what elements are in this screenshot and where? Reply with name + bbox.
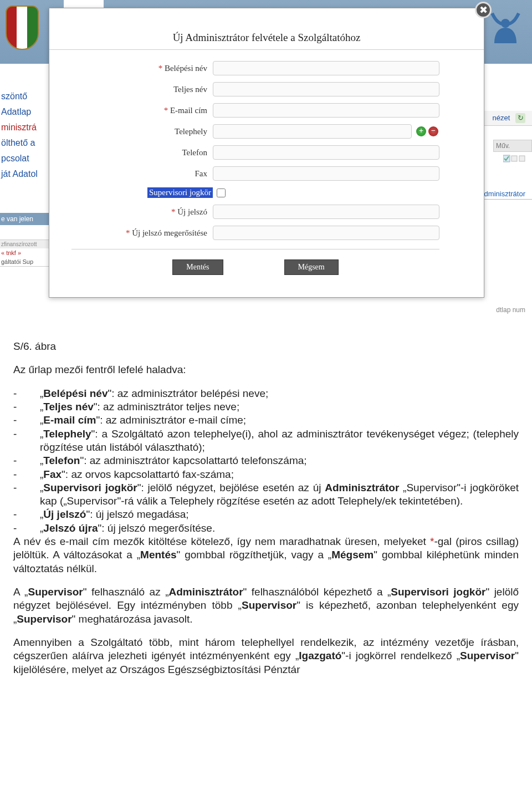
field-label: Telefon — [71, 148, 213, 157]
app-logo-icon — [489, 12, 522, 45]
column-header: Műv. — [493, 140, 532, 152]
new-admin-modal: ✖ Új Adminisztrátor felvétele a Szolgált… — [49, 8, 484, 298]
sidebar-nav: szöntő Adatlap minisztrá ölthető a pcsol… — [0, 89, 49, 267]
new-password-input[interactable] — [213, 205, 439, 219]
full-name-input[interactable] — [213, 82, 439, 96]
remove-icon[interactable]: − — [428, 126, 438, 136]
paragraph: Amennyiben a Szolgáltató több, mint háro… — [13, 636, 519, 676]
field-label: * E-mail cím — [71, 106, 213, 115]
paragraph: A „Supervisor" felhasználó az „Adminiszt… — [13, 585, 519, 626]
add-icon[interactable]: + — [416, 126, 426, 136]
field-label: Telephely — [71, 127, 213, 136]
document-body: S/6. ábra Az űrlap mezői fentről lefelé … — [0, 335, 532, 697]
sidebar-item[interactable]: Adatlap — [0, 104, 49, 120]
sidebar-item[interactable]: ölthető a — [0, 135, 49, 151]
field-label-selected: Supervisori jogkör — [147, 187, 213, 198]
phone-input[interactable] — [213, 145, 439, 160]
svg-rect-2 — [511, 156, 517, 161]
sidebar-item[interactable]: minisztrá — [0, 120, 49, 135]
list-item: „Telephely": a Szolgáltató azon telephel… — [13, 427, 519, 455]
figure-caption: S/6. ábra — [13, 340, 519, 353]
field-label: Teljes név — [71, 85, 213, 94]
field-label: * Belépési név — [71, 64, 213, 73]
footer-fragment: dtlap num — [466, 305, 532, 315]
footer-link[interactable]: « tnkf » — [0, 248, 49, 257]
paragraph: A név és e-mail cím mezők kitöltése köte… — [13, 535, 519, 575]
fax-input[interactable] — [213, 166, 439, 181]
view-label: nézet ↻ — [477, 111, 532, 126]
row-action-icons[interactable] — [503, 154, 525, 165]
hungary-crest-icon — [6, 6, 39, 50]
sidebar-item[interactable]: szöntő — [0, 89, 49, 104]
sidebar-item[interactable]: pcsolat — [0, 151, 49, 166]
intro-text: Az űrlap mezői fentről lefelé haladva: — [13, 363, 519, 376]
field-description-list: „Belépési név": az adminisztrátor belépé… — [13, 387, 519, 535]
field-label: Fax — [71, 169, 213, 179]
list-item: „Fax": az orvos kapcsolattartó fax-száma… — [13, 468, 519, 481]
list-item: „Supervisori jogkör": jelölő négyzet, be… — [13, 481, 519, 508]
close-icon[interactable]: ✖ — [475, 2, 492, 18]
screenshot-region: szöntő Adatlap minisztrá ölthető a pcsol… — [0, 0, 532, 335]
footer-text: zfinanszírozott — [0, 240, 49, 248]
list-item: „Jelszó újra": új jelszó megerősítése. — [13, 522, 519, 535]
site-input[interactable] — [213, 124, 412, 139]
list-item: „Belépési név": az adminisztrátor belépé… — [13, 387, 519, 400]
email-input[interactable] — [213, 103, 439, 118]
modal-title: Új Adminisztrátor felvétele a Szolgáltat… — [49, 8, 484, 50]
field-label: * Új jelszó — [71, 207, 213, 217]
confirm-password-input[interactable] — [213, 226, 439, 240]
cancel-button[interactable]: Mégsem — [284, 259, 339, 275]
list-item: „E-mail cím": az adminisztrátor e-mail c… — [13, 414, 519, 427]
field-label: * Új jelszó megerősítése — [71, 228, 213, 238]
login-name-input[interactable] — [213, 61, 439, 75]
login-status-bar: e van jelen — [0, 213, 49, 225]
list-item: „Új jelszó": új jelszó megadása; — [13, 508, 519, 521]
supervisor-checkbox[interactable] — [217, 188, 226, 197]
refresh-icon[interactable]: ↻ — [515, 113, 525, 123]
list-item: „Telefon": az adminisztrátor kapcsolatta… — [13, 454, 519, 467]
svg-rect-3 — [519, 156, 525, 161]
sidebar-item[interactable]: ját Adatol — [0, 166, 49, 182]
footer-text: gáltatói Sup — [0, 257, 49, 267]
list-item: „Teljes név": az adminisztrátor teljes n… — [13, 400, 519, 414]
save-button[interactable]: Mentés — [172, 259, 223, 275]
redaction-strip — [0, 64, 49, 86]
